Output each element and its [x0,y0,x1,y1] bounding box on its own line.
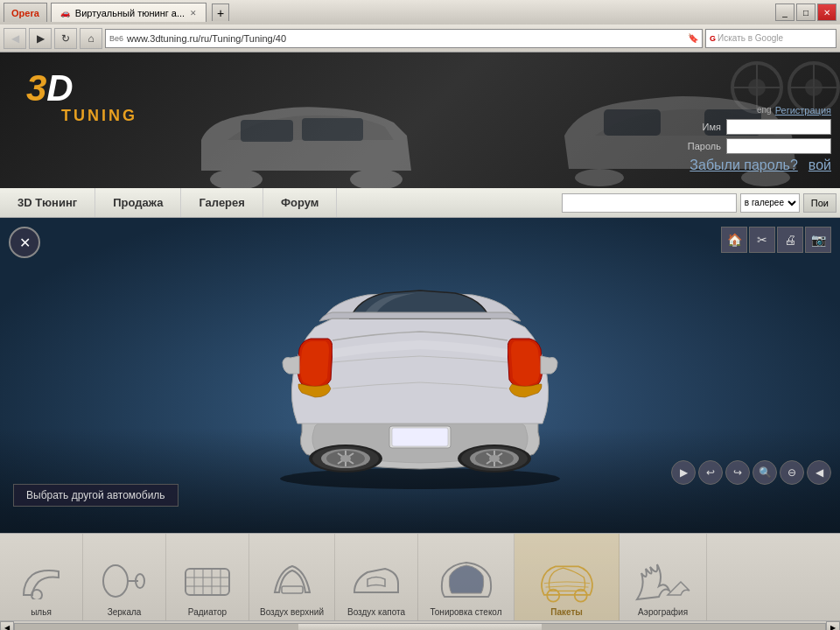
part-item-packages[interactable]: Пакеты [514,534,620,620]
part-icon-tint [436,557,497,606]
minimize-btn[interactable]: _ [775,4,794,21]
viewer-print-btn[interactable]: 🖨 [777,227,803,253]
search-placeholder-text: Искать в Google [718,33,832,43]
scroll-thumb[interactable] [298,624,542,631]
home-btn[interactable]: ⌂ [80,28,102,49]
parts-selector: ылья Зеркала [0,533,840,620]
viewer-photo-btn[interactable]: 📷 [805,227,831,253]
part-icon-air-hood [346,557,407,606]
svg-point-4 [575,169,624,186]
air-hood-icon-svg [350,562,402,601]
svg-point-34 [489,455,500,462]
nav-search-input[interactable] [562,193,737,213]
nav-sale[interactable]: Продажа [95,188,181,217]
part-item-fender[interactable]: ылья [0,534,83,620]
nav-search-button[interactable]: Пои [803,193,836,213]
part-item-air-hood[interactable]: Воздух капота [335,534,418,620]
password-input[interactable] [726,138,831,154]
svg-point-0 [210,169,262,188]
rotate-right-btn[interactable]: ◀ [807,460,831,485]
logo-3d-text: 3D [26,70,74,107]
tab-close-btn[interactable]: ✕ [190,9,197,18]
forgot-password-link[interactable]: Забыли пароль? [690,158,798,173]
back-btn[interactable]: ◀ [4,28,26,49]
website-content: 3D TUNING eng Регистрация Имя Пароль Заб… [0,52,840,630]
part-item-tint[interactable]: Тонировка стекол [418,534,514,620]
tab-opera[interactable]: Opera [4,3,47,22]
scroll-left-btn[interactable]: ◀ [0,621,14,631]
address-text: www.3dtuning.ru/ru/Tuning/Tuning/40 [127,33,684,44]
part-label-airbrush: Аэрография [638,607,688,617]
tint-icon-svg [436,560,497,604]
part-label-grille: Радиатор [188,607,227,617]
name-label: Имя [677,122,721,132]
svg-point-16 [280,468,560,489]
login-links-row: eng Регистрация [757,105,831,116]
part-item-grille[interactable]: Радиатор [166,534,249,620]
opera-label: Opera [11,8,39,18]
scroll-right-btn[interactable]: ▶ [826,621,840,631]
part-icon-airbrush [633,557,694,606]
compass-icon: ✕ [19,234,31,251]
mirror-icon-svg [98,562,150,601]
svg-rect-18 [392,428,448,446]
svg-rect-6 [604,109,661,136]
nav-forum[interactable]: Форум [263,188,337,217]
password-login-row: Пароль [677,138,831,154]
forward-btn[interactable]: ▶ [29,28,52,49]
car-3d-model [254,262,586,489]
part-label-air-hood: Воздух капота [347,607,405,617]
search-bar[interactable]: G Искать в Google [705,29,836,48]
password-label: Пароль [677,141,721,151]
maximize-btn[interactable]: □ [796,4,816,21]
ssl-icon: 🔖 [688,33,698,43]
logo-wrapper: 3D [26,70,137,107]
rotate-down-btn[interactable]: ↪ [725,460,750,485]
google-g-icon: G [710,34,716,43]
close-window-btn[interactable]: ✕ [817,4,836,21]
name-input[interactable] [726,119,831,135]
address-bar[interactable]: Ве6 www.3dtuning.ru/ru/Tuning/Tuning/40 … [105,29,703,48]
site-logo[interactable]: 3D TUNING [26,70,137,125]
select-car-btn[interactable]: Выбрать другой автомобиль [13,484,178,507]
zoom-in-btn[interactable]: 🔍 [752,460,777,485]
airbrush-icon-svg [633,560,694,604]
browser-tab-active[interactable]: 🚗 Виртуальный тюнинг а... ✕ [51,3,206,22]
part-item-air-top[interactable]: Воздух верхний [249,534,335,620]
viewer-top-controls: 🏠 ✂ 🖨 📷 [721,227,831,253]
part-item-airbrush[interactable]: Аэрография [620,534,707,620]
language-selector[interactable]: eng [757,105,772,116]
nav-gallery[interactable]: Галерея [181,188,263,217]
nav-3dtuning[interactable]: 3D Тюнинг [0,188,95,217]
rotate-left-btn[interactable]: ▶ [671,460,696,485]
login-link[interactable]: вой [808,158,831,173]
login-area: eng Регистрация Имя Пароль Забыли пароль… [677,105,831,173]
browser-nav-bar: ◀ ▶ ↻ ⌂ Ве6 www.3dtuning.ru/ru/Tuning/Tu… [0,24,840,52]
part-icon-fender [10,557,72,606]
viewer-home-btn[interactable]: 🏠 [721,227,747,253]
svg-point-36 [103,565,128,597]
zoom-out-btn[interactable]: ⊖ [780,460,804,485]
viewer-tuning-btn[interactable]: ✂ [749,227,775,253]
register-link[interactable]: Регистрация [775,105,831,116]
part-label-air-top: Воздух верхний [260,607,324,617]
part-item-mirrors[interactable]: Зеркала [83,534,166,620]
rotate-up-btn[interactable]: ↩ [698,460,723,485]
air-top-icon-svg [266,562,318,601]
scroll-track[interactable] [14,623,826,631]
new-tab-btn[interactable]: + [212,4,229,21]
part-label-packages: Пакеты [550,607,583,617]
site-header: 3D TUNING eng Регистрация Имя Пароль Заб… [0,52,840,188]
site-navigation: 3D Тюнинг Продажа Галерея Форум в галере… [0,188,840,218]
viewer-compass: ✕ [9,227,40,258]
title-bar: Opera 🚗 Виртуальный тюнинг а... ✕ + _ □ … [0,0,840,24]
logo-tuning-text: TUNING [61,107,137,125]
svg-rect-3 [302,118,363,141]
site-icon: Ве6 [109,34,123,43]
car-viewer: 🏠 ✂ 🖨 📷 ▶ ↩ ↪ 🔍 ⊖ ◀ ✕ Выбрать другой авт… [0,218,840,533]
part-label-fender: ылья [31,607,52,617]
part-label-mirrors: Зеркала [108,607,142,617]
nav-search-select[interactable]: в галерее [740,193,800,213]
refresh-btn[interactable]: ↻ [54,28,77,49]
forgot-login-row: Забыли пароль? вой [690,158,831,173]
